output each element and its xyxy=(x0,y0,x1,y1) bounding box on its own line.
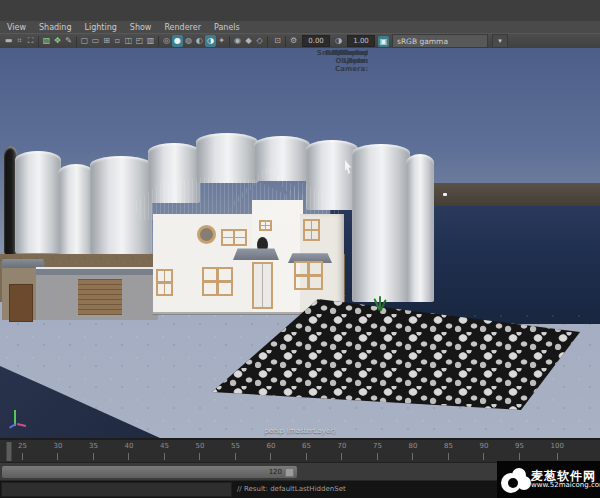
frame-tick-mark xyxy=(377,453,378,460)
snapshot-icon[interactable]: ⊡ xyxy=(272,35,283,47)
gate-door xyxy=(9,284,33,322)
separator[interactable] xyxy=(267,36,268,47)
dropdown-arrow-icon[interactable]: ▾ xyxy=(492,34,508,48)
frame-tick-label: 45 xyxy=(160,442,169,451)
separator[interactable] xyxy=(285,36,286,47)
camera-attributes-icon[interactable]: ⛶ xyxy=(25,35,36,47)
grease-pencil-icon[interactable]: ✎ xyxy=(63,35,74,47)
distant-building xyxy=(443,193,447,196)
gear-icon[interactable]: ⚙ xyxy=(288,35,299,47)
frame-tick-mark xyxy=(483,453,484,460)
frame-tick-mark xyxy=(199,453,200,460)
background-cylinder xyxy=(406,154,434,302)
watermark-text: 麦葱软件网 www.52maicong.com xyxy=(531,470,600,490)
frame-tick: 70 xyxy=(338,442,347,461)
smooth-shade-icon[interactable]: ● xyxy=(172,35,183,47)
split-pane-icon[interactable]: ◫ xyxy=(123,35,134,47)
image-plane-icon[interactable]: ▧ xyxy=(41,35,52,47)
wireframe-mode-icon[interactable]: ◎ xyxy=(161,35,172,47)
panel-toolbar: ▬⌗⛶▧✥✎▢▭⊞▫◫◰▥◎●◍◐◑✦◉◆◇ ⊡⚙ ◑ ▣ sRGB gamma… xyxy=(0,33,600,48)
window xyxy=(303,219,320,241)
all-lights-icon[interactable]: ◐ xyxy=(194,35,205,47)
frame-tick-mark xyxy=(448,453,449,460)
time-slider[interactable]: 25 30 35 40 45 xyxy=(0,438,600,463)
frame-tick: 65 xyxy=(302,442,311,461)
menu-item[interactable]: Show xyxy=(130,23,152,32)
frame-tick: 45 xyxy=(160,442,169,461)
current-frame-marker[interactable] xyxy=(6,442,12,461)
frame-tick-label: 40 xyxy=(125,442,134,451)
frame-tick-mark xyxy=(235,453,236,460)
frame-ticks: 25 30 35 40 45 xyxy=(18,442,564,461)
frame-tick-mark xyxy=(519,453,520,460)
pane-dim-icon[interactable]: ▫ xyxy=(112,35,123,47)
courtyard-wall-panel xyxy=(78,279,122,315)
menu-item[interactable]: Shading xyxy=(39,23,72,32)
frame-tick-label: 100 xyxy=(551,442,564,451)
separator[interactable] xyxy=(76,36,77,47)
three-pane-icon[interactable]: ▥ xyxy=(145,35,156,47)
frame-tick-mark xyxy=(412,453,413,460)
frame-tick-label: 30 xyxy=(54,442,63,451)
separator[interactable] xyxy=(158,36,159,47)
two-pane-icon[interactable]: ▭ xyxy=(90,35,101,47)
command-input[interactable] xyxy=(1,482,232,497)
isolate-select-icon[interactable]: ◉ xyxy=(232,35,243,47)
window xyxy=(202,267,233,296)
watermark: 麦葱软件网 www.52maicong.com xyxy=(497,461,600,498)
separator[interactable] xyxy=(229,36,230,47)
watermark-url: www.52maicong.com xyxy=(531,482,600,489)
frame-tick-mark xyxy=(557,453,558,460)
joints-xray-icon[interactable]: ◇ xyxy=(254,35,265,47)
single-pane-icon[interactable]: ▢ xyxy=(79,35,90,47)
frame-tick-label: 65 xyxy=(302,442,311,451)
textured-mode-icon[interactable]: ◍ xyxy=(183,35,194,47)
menu-item[interactable]: View xyxy=(7,23,26,32)
shadows-icon[interactable]: ◑ xyxy=(205,35,216,47)
exposure-field[interactable] xyxy=(302,35,330,47)
window xyxy=(221,229,247,246)
courtyard-wall-coping xyxy=(36,267,158,275)
viewport-canvas[interactable]: Backfaces: N/A Smoothness: N/A Instance:… xyxy=(0,48,600,438)
four-pane-icon[interactable]: ⊞ xyxy=(101,35,112,47)
gamma-field[interactable] xyxy=(347,35,375,47)
frame-tick-label: 50 xyxy=(196,442,205,451)
frame-tick-mark xyxy=(57,453,58,460)
frame-tick-label: 70 xyxy=(338,442,347,451)
frame-tick-label: 60 xyxy=(267,442,276,451)
separator[interactable] xyxy=(38,36,39,47)
frame-tick: 100 xyxy=(551,442,564,461)
contrast-icon[interactable]: ◑ xyxy=(333,35,344,47)
background-cylinder xyxy=(352,144,410,302)
frame-tick: 80 xyxy=(409,442,418,461)
background-cylinder xyxy=(15,151,61,253)
background-cylinder xyxy=(196,133,258,183)
camera-select-icon[interactable]: ⌗ xyxy=(14,35,25,47)
pan-zoom-icon[interactable]: ✥ xyxy=(52,35,63,47)
frame-tick-label: 25 xyxy=(18,442,27,451)
panel-menu-icon[interactable]: ▬ xyxy=(3,35,14,47)
frame-tick-label: 85 xyxy=(444,442,453,451)
range-handle[interactable] xyxy=(285,468,294,477)
corner-pane-icon[interactable]: ◰ xyxy=(134,35,145,47)
menu-item[interactable]: Renderer xyxy=(164,23,201,32)
frame-tick: 60 xyxy=(267,442,276,461)
house-door xyxy=(252,262,273,309)
background-cylinder xyxy=(58,164,94,254)
frame-tick-label: 90 xyxy=(480,442,489,451)
playback-range-bar[interactable]: 120 xyxy=(2,466,297,478)
frame-tick: 55 xyxy=(231,442,240,461)
frame-tick-mark xyxy=(164,453,165,460)
panel-menubar: ViewShadingLightingShowRendererPanels xyxy=(0,21,600,33)
menu-item[interactable]: Panels xyxy=(214,23,240,32)
view-transform-dropdown[interactable]: sRGB gamma xyxy=(392,34,488,48)
window-top-strip xyxy=(0,0,600,22)
frame-tick-label: 95 xyxy=(515,442,524,451)
lightbulb-icon[interactable]: ✦ xyxy=(216,35,227,47)
toolbar-icon-group: ▬⌗⛶▧✥✎▢▭⊞▫◫◰▥◎●◍◐◑✦◉◆◇ xyxy=(3,34,270,49)
color-management-toggle[interactable]: ▣ xyxy=(378,36,389,47)
menu-item[interactable]: Lighting xyxy=(84,23,116,32)
frame-tick-label: 75 xyxy=(373,442,382,451)
xray-icon[interactable]: ◆ xyxy=(243,35,254,47)
frame-tick-mark xyxy=(128,453,129,460)
